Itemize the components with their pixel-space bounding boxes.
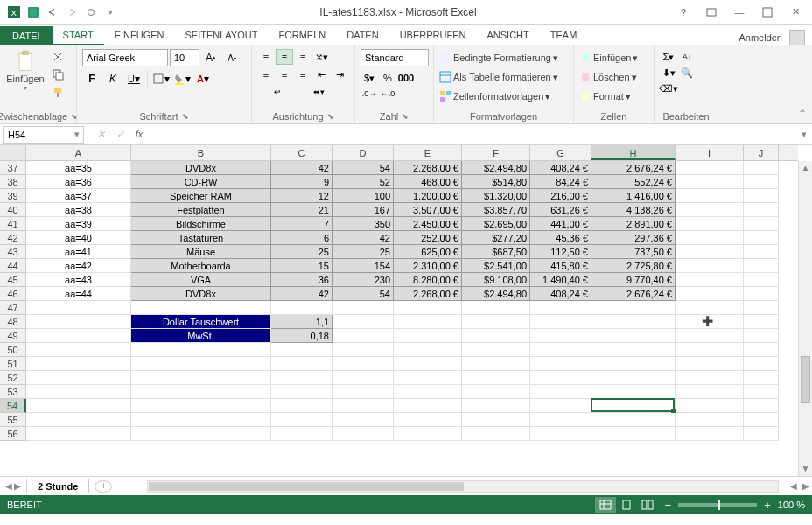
- cell[interactable]: 167: [332, 203, 394, 217]
- cell[interactable]: [394, 413, 462, 427]
- align-center-icon[interactable]: ≡: [276, 66, 293, 82]
- cell[interactable]: 15: [271, 259, 332, 273]
- cell[interactable]: 100: [332, 189, 394, 203]
- cell[interactable]: 9: [271, 175, 332, 189]
- select-all-corner[interactable]: [0, 145, 26, 160]
- cell[interactable]: 12: [271, 189, 332, 203]
- horizontal-scroll-thumb[interactable]: [149, 482, 464, 491]
- cell[interactable]: [462, 413, 530, 427]
- tab-ansicht[interactable]: ANSICHT: [476, 26, 539, 46]
- cell[interactable]: [26, 371, 131, 385]
- cell[interactable]: 112,50 €: [530, 245, 592, 259]
- cell[interactable]: [530, 413, 592, 427]
- cell[interactable]: [744, 343, 779, 357]
- cell[interactable]: [744, 189, 779, 203]
- row-header[interactable]: 55: [0, 413, 26, 427]
- column-header-C[interactable]: C: [271, 145, 332, 160]
- cell[interactable]: [271, 413, 332, 427]
- cell[interactable]: [271, 399, 332, 413]
- cell-styles-button[interactable]: Zellenformatvorlagen ▾: [439, 88, 568, 105]
- cell[interactable]: [744, 287, 779, 301]
- zoom-level[interactable]: 100 %: [778, 500, 805, 510]
- cell[interactable]: $2.695,00: [462, 217, 530, 231]
- merge-center-icon[interactable]: ⬌▾: [298, 84, 339, 100]
- increase-decimal-icon[interactable]: .0→: [360, 86, 378, 102]
- cell[interactable]: 36: [271, 273, 332, 287]
- cell[interactable]: 1.416,00 €: [592, 189, 676, 203]
- cell[interactable]: 54: [332, 161, 394, 175]
- cell[interactable]: 154: [332, 259, 394, 273]
- tab-file[interactable]: DATEI: [0, 26, 52, 46]
- cell[interactable]: 2.450,00 €: [394, 217, 462, 231]
- cell[interactable]: [131, 301, 271, 315]
- cell[interactable]: [332, 343, 394, 357]
- format-painter-icon[interactable]: [49, 84, 66, 100]
- avatar[interactable]: [789, 30, 805, 46]
- cell[interactable]: $9.108,00: [462, 273, 530, 287]
- cell[interactable]: [462, 301, 530, 315]
- cell[interactable]: [530, 427, 592, 441]
- cell[interactable]: 21: [271, 203, 332, 217]
- sort-filter-icon[interactable]: A↓: [678, 49, 696, 65]
- increase-font-icon[interactable]: A▴: [201, 49, 220, 66]
- cell[interactable]: 230: [332, 273, 394, 287]
- cell[interactable]: 45,36 €: [530, 231, 592, 245]
- cell[interactable]: 625,00 €: [394, 245, 462, 259]
- cell[interactable]: 52: [332, 175, 394, 189]
- cell[interactable]: [676, 413, 744, 427]
- row-header[interactable]: 56: [0, 427, 26, 441]
- scroll-up-icon[interactable]: ▲: [799, 161, 812, 175]
- number-format-select[interactable]: [360, 49, 429, 66]
- cell[interactable]: [676, 399, 744, 413]
- row-header[interactable]: 37: [0, 161, 26, 175]
- cell[interactable]: [26, 315, 131, 329]
- cell[interactable]: [332, 385, 394, 399]
- cell[interactable]: Speicher RAM: [131, 189, 271, 203]
- vertical-scrollbar[interactable]: ▲ ▼: [798, 161, 812, 476]
- add-sheet-icon[interactable]: +: [94, 480, 112, 493]
- cell[interactable]: [332, 371, 394, 385]
- cell[interactable]: [744, 259, 779, 273]
- cell[interactable]: aa=42: [26, 259, 131, 273]
- row-header[interactable]: 40: [0, 203, 26, 217]
- row-header[interactable]: 46: [0, 287, 26, 301]
- cell[interactable]: [592, 413, 676, 427]
- cell[interactable]: $2.494,80: [462, 287, 530, 301]
- row-header[interactable]: 50: [0, 343, 26, 357]
- cell[interactable]: aa=43: [26, 273, 131, 287]
- decrease-decimal-icon[interactable]: ←.0: [379, 86, 396, 102]
- touch-mode-icon[interactable]: [82, 4, 100, 21]
- cell[interactable]: [131, 399, 271, 413]
- copy-icon[interactable]: [49, 66, 66, 82]
- cell[interactable]: [26, 413, 131, 427]
- row-header[interactable]: 49: [0, 329, 26, 343]
- fx-icon[interactable]: fx: [131, 129, 147, 140]
- tab-team[interactable]: Team: [540, 26, 588, 46]
- cell[interactable]: 350: [332, 217, 394, 231]
- cell[interactable]: [676, 385, 744, 399]
- cell[interactable]: MwSt.: [131, 329, 271, 343]
- tab-daten[interactable]: DATEN: [336, 26, 388, 46]
- wrap-text-icon[interactable]: ↩: [257, 84, 298, 100]
- cell[interactable]: [592, 315, 676, 329]
- decrease-indent-icon[interactable]: ⇤: [312, 66, 330, 82]
- percent-format-icon[interactable]: %: [379, 70, 396, 86]
- cell[interactable]: [676, 245, 744, 259]
- cell[interactable]: 408,24 €: [530, 161, 592, 175]
- cell[interactable]: [26, 385, 131, 399]
- row-header[interactable]: 51: [0, 357, 26, 371]
- cell[interactable]: $1.320,00: [462, 189, 530, 203]
- cell[interactable]: 297,36 €: [592, 231, 676, 245]
- cell[interactable]: VGA: [131, 273, 271, 287]
- ribbon-display-icon[interactable]: [700, 4, 723, 21]
- row-header[interactable]: 42: [0, 231, 26, 245]
- cell[interactable]: aa=41: [26, 245, 131, 259]
- cell[interactable]: [394, 301, 462, 315]
- cell[interactable]: [462, 371, 530, 385]
- bold-button[interactable]: F: [82, 70, 102, 88]
- row-header[interactable]: 52: [0, 371, 26, 385]
- excel-icon[interactable]: X: [5, 4, 23, 21]
- cell[interactable]: [271, 343, 332, 357]
- cell[interactable]: 2.676,24 €: [592, 161, 676, 175]
- sheet-nav-next-icon[interactable]: ▶: [14, 481, 21, 491]
